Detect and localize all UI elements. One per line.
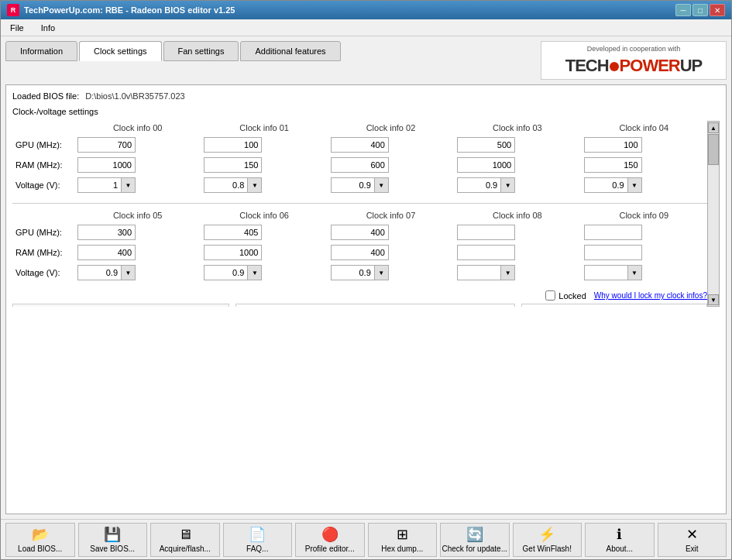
voltage-row-2: Voltage (V): ▼	[12, 263, 707, 283]
faq-label: FAQ...	[246, 545, 268, 553]
bottom-panels: 🧙 Clock tuning wizard (over-/underclocki…	[12, 304, 707, 307]
voltage-arrow-06[interactable]: ▼	[247, 266, 261, 280]
voltage-input-03[interactable]	[458, 180, 500, 191]
logo-dot-icon	[610, 62, 619, 71]
voltage-input-00[interactable]	[78, 180, 121, 191]
voltage-arrow-04[interactable]: ▼	[627, 178, 641, 192]
bottom-toolbar: 📂 Load BIOS... 💾 Save BIOS... 🖥 Acquire/…	[1, 519, 731, 559]
menu-info[interactable]: Info	[36, 22, 60, 34]
save-bios-button[interactable]: 💾 Save BIOS...	[78, 523, 148, 557]
acquire-flash-button[interactable]: 🖥 Acquire/flash...	[150, 523, 220, 557]
menu-file[interactable]: File	[5, 22, 29, 34]
clock-info-modes: Clock info modes used: mode 1 - 'low' 0 …	[521, 304, 707, 307]
techpowerup-logo: Developed in cooperation with TECHPOWERU…	[541, 41, 727, 80]
ram-09[interactable]	[584, 245, 642, 260]
gpu-02[interactable]	[331, 137, 389, 153]
gpu-08[interactable]	[457, 225, 515, 240]
about-button[interactable]: ℹ About...	[585, 523, 655, 557]
profile-editor-label: Profile editor...	[305, 545, 355, 553]
ram-04[interactable]	[584, 157, 642, 173]
ram-01[interactable]	[204, 157, 262, 173]
ram-08[interactable]	[457, 245, 515, 260]
faq-button[interactable]: 📄 FAQ...	[223, 523, 293, 557]
voltage-select-01[interactable]: ▼	[204, 177, 262, 193]
gpu-04[interactable]	[584, 137, 642, 153]
voltage-input-08[interactable]	[458, 267, 500, 278]
locked-row: Locked Why would I lock my clock infos?	[12, 290, 707, 301]
voltage-input-04[interactable]	[585, 180, 627, 191]
tab-fan-settings[interactable]: Fan settings	[163, 41, 239, 61]
voltage-select-00[interactable]: ▼	[77, 177, 136, 193]
voltage-select-07[interactable]: ▼	[331, 265, 389, 280]
hex-dump-icon: ⊞	[397, 526, 408, 543]
gpu-00[interactable]	[77, 137, 136, 153]
clock-header-07: Clock info 07	[328, 208, 454, 222]
tab-clock-settings[interactable]: Clock settings	[79, 41, 161, 61]
sv-track	[708, 134, 719, 294]
clock-header-01: Clock info 01	[201, 121, 327, 135]
ram-03[interactable]	[457, 157, 515, 173]
get-winflash-button[interactable]: ⚡ Get WinFlash!	[513, 523, 583, 557]
voltage-arrow-00[interactable]: ▼	[121, 178, 135, 192]
maximize-button[interactable]: □	[692, 4, 708, 16]
gpu-07[interactable]	[331, 225, 389, 240]
ram-07[interactable]	[331, 245, 389, 260]
voltage-select-05[interactable]: ▼	[77, 265, 136, 280]
clock-scrollbar[interactable]: ▲ ▼	[707, 121, 720, 307]
title-bar-controls: ─ □ ✕	[675, 4, 725, 16]
voltage-input-05[interactable]	[78, 267, 121, 278]
sv-arrow-down[interactable]: ▼	[708, 294, 719, 305]
voltage-arrow-03[interactable]: ▼	[500, 178, 514, 192]
voltage-select-03[interactable]: ▼	[457, 177, 515, 193]
voltage-select-04[interactable]: ▼	[584, 177, 642, 193]
voltage-input-07[interactable]	[332, 267, 374, 278]
voltage-arrow-05[interactable]: ▼	[121, 266, 135, 280]
clock-table-2: Clock info 05 Clock info 06 Clock info 0…	[12, 208, 707, 283]
middle-panel: Powerplay states structure State: 0 - Bo…	[235, 304, 515, 307]
voltage-select-09[interactable]: ▼	[584, 265, 642, 280]
load-bios-label: Load BIOS...	[18, 545, 62, 553]
ram-00[interactable]	[77, 157, 136, 173]
voltage-input-09[interactable]	[585, 267, 627, 278]
voltage-select-02[interactable]: ▼	[331, 177, 389, 193]
lock-link[interactable]: Why would I lock my clock infos?	[594, 291, 707, 300]
profile-editor-icon: 🔴	[321, 526, 339, 543]
voltage-arrow-09[interactable]: ▼	[627, 266, 641, 280]
title-bar: R TechPowerUp.com: RBE - Radeon BIOS edi…	[1, 1, 731, 19]
gpu-09[interactable]	[584, 225, 642, 240]
exit-button[interactable]: ✕ Exit	[658, 523, 727, 557]
content-area: Information Clock settings Fan settings …	[1, 36, 731, 519]
sv-arrow-up[interactable]: ▲	[708, 122, 719, 133]
ram-05[interactable]	[77, 245, 136, 260]
hex-dump-button[interactable]: ⊞ Hex dump...	[368, 523, 438, 557]
clock-header-09: Clock info 09	[581, 208, 707, 222]
gpu-01[interactable]	[204, 137, 262, 153]
tab-additional-features[interactable]: Additional features	[240, 41, 340, 61]
load-bios-button[interactable]: 📂 Load BIOS...	[5, 523, 75, 557]
voltage-input-01[interactable]	[204, 180, 247, 191]
voltage-input-06[interactable]	[204, 267, 247, 278]
close-button[interactable]: ✕	[710, 4, 725, 16]
minimize-button[interactable]: ─	[675, 4, 691, 16]
voltage-arrow-08[interactable]: ▼	[500, 266, 514, 280]
check-update-label: Check for update...	[442, 545, 508, 553]
profile-editor-button[interactable]: 🔴 Profile editor...	[295, 523, 365, 557]
voltage-arrow-01[interactable]: ▼	[247, 178, 261, 192]
locked-checkbox[interactable]	[545, 290, 555, 301]
voltage-arrow-02[interactable]: ▼	[374, 178, 388, 192]
voltage-input-02[interactable]	[332, 180, 374, 191]
check-update-button[interactable]: 🔄 Check for update...	[440, 523, 510, 557]
voltage-select-06[interactable]: ▼	[204, 265, 262, 280]
gpu-05[interactable]	[77, 225, 136, 240]
ram-06[interactable]	[204, 245, 262, 260]
sv-thumb[interactable]	[708, 134, 719, 165]
gpu-03[interactable]	[457, 137, 515, 153]
ram-02[interactable]	[331, 157, 389, 173]
clock-header-08: Clock info 08	[454, 208, 580, 222]
gpu-06[interactable]	[204, 225, 262, 240]
wizard-box[interactable]: 🧙 Clock tuning wizard (over-/underclocki…	[12, 304, 229, 307]
tab-information[interactable]: Information	[5, 41, 77, 61]
exit-icon: ✕	[686, 526, 698, 543]
voltage-select-08[interactable]: ▼	[457, 265, 515, 280]
voltage-arrow-07[interactable]: ▼	[374, 266, 388, 280]
